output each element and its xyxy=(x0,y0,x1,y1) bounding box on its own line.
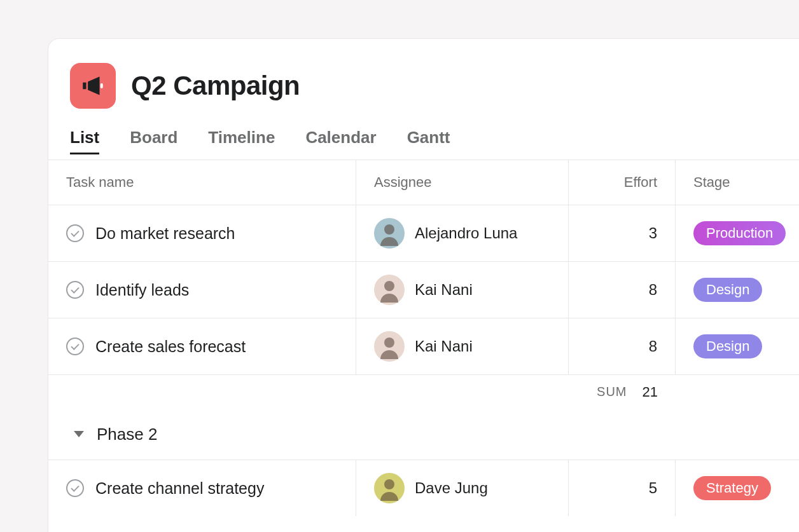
tasks-container: Do market researchAlejandro Luna3Product… xyxy=(48,205,799,374)
assignee-name: Kai Nani xyxy=(415,281,473,299)
column-header-effort-label: Effort xyxy=(624,174,657,191)
column-header-effort[interactable]: Effort xyxy=(569,160,676,205)
tasks2-container: Create channel strategyDave Jung5Strateg… xyxy=(48,460,799,516)
task-row[interactable]: Do market researchAlejandro Luna3Product… xyxy=(48,205,799,261)
avatar xyxy=(374,218,405,249)
svg-point-4 xyxy=(384,479,394,489)
stage-badge: Production xyxy=(693,221,786,245)
assignee-cell[interactable]: Alejandro Luna xyxy=(356,205,569,261)
stage-badge: Design xyxy=(693,278,762,302)
column-header-assignee[interactable]: Assignee xyxy=(356,160,569,205)
assignee-name: Dave Jung xyxy=(415,479,488,497)
complete-check-icon[interactable] xyxy=(66,479,84,497)
task-row[interactable]: Create sales forecastKai Nani8Design xyxy=(48,318,799,374)
tab-list[interactable]: List xyxy=(70,128,99,154)
stage-cell[interactable]: Design xyxy=(676,262,799,318)
task-name: Create sales forecast xyxy=(95,338,246,356)
assignee-cell[interactable]: Kai Nani xyxy=(356,262,569,318)
column-header-task-label: Task name xyxy=(66,174,134,191)
view-tabs: List Board Timeline Calendar Gantt xyxy=(48,128,799,154)
stage-cell[interactable]: Production xyxy=(676,205,799,261)
person-icon xyxy=(374,331,405,362)
task-name: Create channel strategy xyxy=(95,479,264,498)
person-icon xyxy=(374,473,405,503)
person-icon xyxy=(374,218,405,249)
svg-point-2 xyxy=(384,281,394,291)
task-cell[interactable]: Create sales forecast xyxy=(48,318,356,374)
task-row[interactable]: Create channel strategyDave Jung5Strateg… xyxy=(48,460,799,516)
effort-value: 8 xyxy=(649,281,657,299)
section-name: Phase 2 xyxy=(97,425,157,444)
effort-value: 5 xyxy=(649,479,657,497)
stage-cell[interactable]: Design xyxy=(676,318,799,374)
svg-rect-0 xyxy=(101,83,103,88)
assignee-name: Alejandro Luna xyxy=(415,224,517,242)
svg-point-1 xyxy=(384,224,394,235)
avatar xyxy=(374,275,405,305)
section-header[interactable]: Phase 2 xyxy=(48,409,799,460)
svg-point-3 xyxy=(384,338,394,348)
tab-calendar[interactable]: Calendar xyxy=(305,128,376,154)
task-name: Identify leads xyxy=(95,281,189,299)
assignee-name: Kai Nani xyxy=(415,338,473,355)
person-icon xyxy=(374,275,405,305)
project-header: Q2 Campaign xyxy=(48,63,799,109)
task-row[interactable]: Identify leadsKai Nani8Design xyxy=(48,261,799,318)
caret-down-icon xyxy=(74,431,84,437)
project-title: Q2 Campaign xyxy=(131,71,300,101)
effort-cell[interactable]: 8 xyxy=(569,262,676,318)
sum-value: 21 xyxy=(643,384,658,400)
column-header-stage-label: Stage xyxy=(693,174,730,191)
complete-check-icon[interactable] xyxy=(66,281,84,299)
task-cell[interactable]: Create channel strategy xyxy=(48,460,356,516)
effort-value: 3 xyxy=(649,224,657,242)
effort-cell[interactable]: 5 xyxy=(569,460,676,516)
assignee-cell[interactable]: Kai Nani xyxy=(356,318,569,374)
effort-value: 8 xyxy=(649,338,657,355)
megaphone-icon xyxy=(80,72,106,99)
complete-check-icon[interactable] xyxy=(66,224,84,242)
complete-check-icon[interactable] xyxy=(66,338,84,355)
tab-board[interactable]: Board xyxy=(130,128,177,154)
column-header-stage[interactable]: Stage xyxy=(676,160,799,205)
sum-label: SUM xyxy=(597,385,627,399)
column-header-task[interactable]: Task name xyxy=(48,160,356,205)
stage-badge: Design xyxy=(693,334,762,358)
effort-cell[interactable]: 3 xyxy=(569,205,676,261)
stage-badge: Strategy xyxy=(693,476,771,500)
tab-gantt[interactable]: Gantt xyxy=(407,128,450,154)
avatar xyxy=(374,331,405,362)
project-window: Q2 Campaign List Board Timeline Calendar… xyxy=(48,38,799,532)
project-icon xyxy=(70,63,116,109)
effort-cell[interactable]: 8 xyxy=(569,318,676,374)
stage-cell[interactable]: Strategy xyxy=(676,460,799,516)
tab-timeline[interactable]: Timeline xyxy=(208,128,275,154)
task-cell[interactable]: Identify leads xyxy=(48,262,356,318)
sum-row: SUM 21 xyxy=(48,374,799,409)
column-header-assignee-label: Assignee xyxy=(374,174,432,191)
column-header-row: Task name Assignee Effort Stage xyxy=(48,160,799,205)
task-cell[interactable]: Do market research xyxy=(48,205,356,261)
assignee-cell[interactable]: Dave Jung xyxy=(356,460,569,516)
task-name: Do market research xyxy=(95,224,235,243)
avatar xyxy=(374,473,405,503)
